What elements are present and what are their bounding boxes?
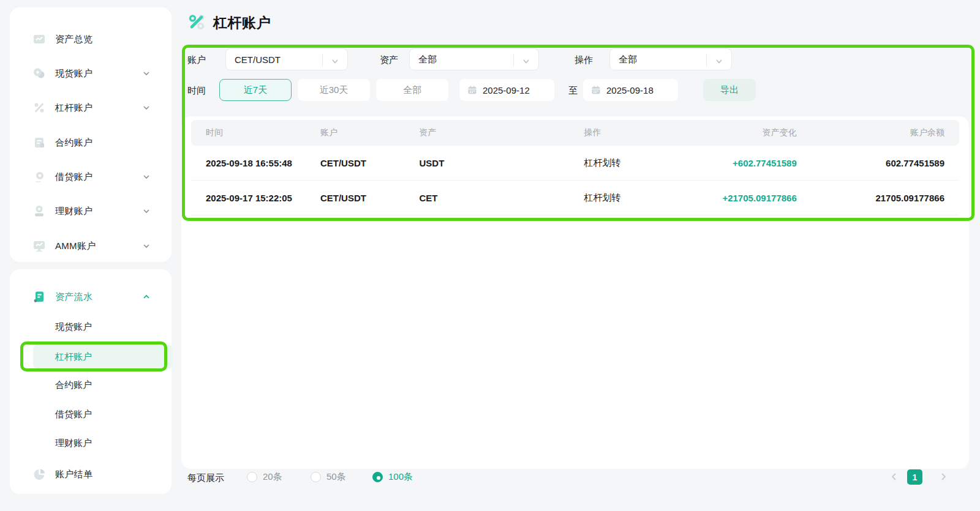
sidebar-subitem-loan-flow[interactable]: 借贷账户: [10, 402, 172, 427]
wealth-icon: [32, 204, 47, 218]
cell-time: 2025-09-17 15:22:05: [206, 193, 320, 203]
sidebar-item-label: 资产流水: [55, 291, 92, 303]
sidebar-item-label: 现货账户: [55, 68, 92, 80]
date-to-value: 2025-09-18: [606, 85, 654, 95]
chevron-left-icon[interactable]: [889, 472, 899, 482]
page-title: 杠杆账户: [213, 13, 271, 32]
overview-icon: [32, 32, 47, 47]
percent-icon: [32, 100, 47, 115]
sidebar-item-label: 杠杆账户: [55, 102, 92, 114]
chevron-down-icon: [142, 207, 151, 215]
sidebar-item-label: 合约账户: [55, 137, 92, 149]
export-button[interactable]: 导出: [703, 79, 756, 101]
sidebar-subitem-margin-flow[interactable]: 杠杆账户: [33, 345, 173, 369]
cell-time: 2025-09-18 16:55:48: [206, 158, 320, 168]
table-row: 2025-09-18 16:55:48 CET/USDT USDT 杠杆划转 +…: [191, 146, 959, 181]
radio-label: 100条: [388, 471, 413, 483]
monitor-chart-icon: [32, 239, 47, 253]
asset-filter-label: 资产: [380, 54, 398, 66]
document-icon: [32, 135, 47, 150]
cell-operation: 杠杆划转: [584, 157, 687, 169]
asset-select[interactable]: 全部: [409, 48, 539, 70]
range-7d-button[interactable]: 近7天: [219, 79, 292, 101]
date-from-input[interactable]: 2025-09-12: [459, 79, 554, 101]
per-page-option-20[interactable]: 20条: [247, 471, 282, 483]
chevron-down-icon: [142, 103, 151, 112]
current-page-button[interactable]: 1: [907, 469, 922, 485]
date-to-input[interactable]: 2025-09-18: [583, 79, 678, 101]
radio-label: 20条: [263, 471, 282, 483]
chevron-down-icon: [522, 56, 530, 64]
per-page-option-100[interactable]: 100条: [372, 471, 413, 483]
radio-label: 50条: [326, 471, 346, 483]
column-header-time: 时间: [206, 127, 320, 138]
chevron-down-icon: [142, 173, 151, 181]
account-select[interactable]: CET/USDT: [225, 48, 348, 70]
column-header-asset: 资产: [420, 127, 584, 138]
chevron-down-icon: [715, 56, 723, 64]
date-from-value: 2025-09-12: [483, 85, 530, 95]
sidebar-item-account-statement[interactable]: 账户结单: [10, 462, 172, 487]
column-header-change: 资产变化: [687, 127, 796, 138]
loan-icon: [32, 170, 47, 184]
account-filter-label: 账户: [187, 54, 206, 66]
table-header-row: 时间 账户 资产 操作 资产变化 账户余额: [191, 120, 959, 146]
margin-percent-icon: [187, 13, 206, 31]
sidebar-item-label: 借贷账户: [55, 171, 92, 183]
account-select-value: CET/USDT: [235, 54, 281, 65]
sidebar-subitem-label: 合约账户: [55, 379, 92, 391]
calendar-icon: [467, 85, 477, 95]
per-page-option-50[interactable]: 50条: [311, 471, 346, 483]
column-header-account: 账户: [320, 127, 420, 138]
cell-operation: 杠杆划转: [584, 192, 687, 204]
table-row: 2025-09-17 15:22:05 CET/USDT CET 杠杆划转 +2…: [191, 181, 959, 215]
cell-change: +602.77451589: [687, 158, 796, 168]
sidebar-accounts-card: 资产总览 现货账户 杠杆账户 合约账户 借贷账户: [10, 7, 172, 262]
cell-asset: CET: [420, 193, 584, 203]
range-30d-button[interactable]: 近30天: [298, 79, 370, 101]
chevron-up-icon: [142, 293, 151, 301]
sidebar-item-loan-account[interactable]: 借贷账户: [10, 165, 172, 189]
sidebar-subitem-label: 杠杆账户: [55, 351, 92, 363]
sidebar-item-asset-overview[interactable]: 资产总览: [10, 27, 172, 51]
chevron-down-icon: [331, 56, 339, 64]
column-header-balance: 账户余额: [797, 127, 944, 138]
sidebar-item-contract-account[interactable]: 合约账户: [10, 130, 172, 155]
select-separator: [322, 54, 323, 66]
flow-document-icon: [32, 289, 47, 304]
sidebar-item-wealth-account[interactable]: 理财账户: [10, 199, 172, 223]
cell-balance: 602.77451589: [797, 158, 944, 168]
select-separator: [706, 54, 707, 66]
chevron-right-icon[interactable]: [938, 472, 948, 482]
sidebar-subitem-wealth-flow[interactable]: 理财账户: [10, 431, 172, 455]
sidebar-item-label: AMM账户: [55, 241, 96, 252]
time-filter-label: 时间: [187, 85, 206, 97]
range-all-button[interactable]: 全部: [376, 79, 448, 101]
radio-icon: [247, 472, 257, 482]
coins-icon: [32, 66, 47, 81]
sidebar-subitem-label: 借贷账户: [55, 409, 92, 420]
cell-balance: 21705.09177866: [797, 193, 944, 203]
sidebar-item-margin-account[interactable]: 杠杆账户: [10, 95, 172, 120]
sidebar-item-spot-account[interactable]: 现货账户: [10, 61, 172, 86]
radio-selected-icon: [372, 472, 383, 482]
column-header-operation: 操作: [584, 127, 687, 138]
asset-select-value: 全部: [418, 54, 437, 65]
sidebar-item-asset-flow[interactable]: 资产流水: [10, 285, 172, 309]
operation-filter-label: 操作: [575, 54, 593, 66]
cell-asset: USDT: [420, 158, 584, 168]
sidebar-item-label: 账户结单: [55, 469, 92, 480]
sidebar-item-label: 资产总览: [55, 34, 92, 45]
pie-chart-icon: [32, 467, 47, 482]
per-page-label: 每页展示: [187, 472, 224, 484]
sidebar-item-label: 理财账户: [55, 206, 92, 217]
sidebar-item-amm-account[interactable]: AMM账户: [10, 234, 172, 258]
calendar-icon: [591, 85, 601, 95]
operation-select[interactable]: 全部: [609, 48, 732, 70]
cell-account: CET/USDT: [320, 158, 420, 168]
sidebar-subitem-contract-flow[interactable]: 合约账户: [10, 373, 172, 397]
sidebar-flow-card: 资产流水 现货账户 杠杆账户 合约账户 借贷账户 理财账户 账户结单: [10, 269, 172, 494]
select-separator: [513, 54, 514, 66]
cell-account: CET/USDT: [320, 193, 420, 203]
sidebar-subitem-spot-flow[interactable]: 现货账户: [10, 315, 172, 339]
